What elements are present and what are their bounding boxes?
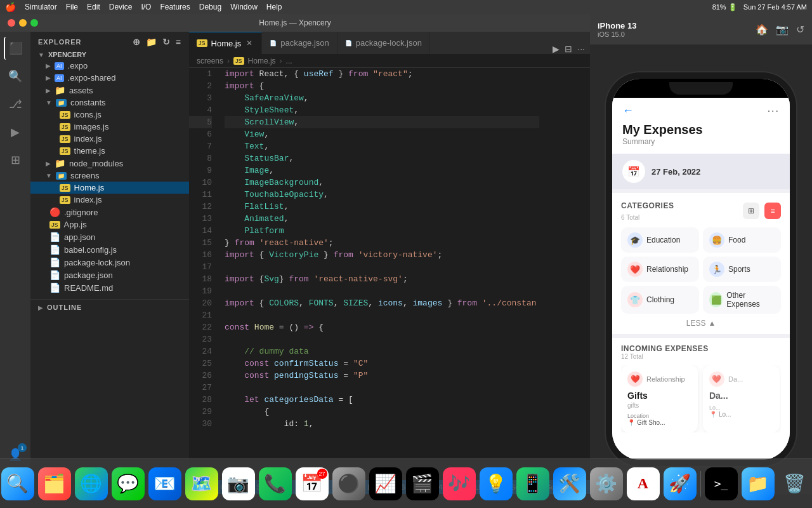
sidebar-item-expo-shared[interactable]: ▶ AI .expo-shared (30, 72, 189, 84)
sidebar-item-images-js[interactable]: JS images.js (30, 121, 189, 133)
minimap (539, 68, 590, 480)
dock-maps[interactable]: 🗺️ (185, 467, 218, 500)
dock-photos[interactable]: 📷 (222, 467, 255, 500)
menu-features[interactable]: Features (160, 3, 190, 11)
expense-card-2[interactable]: ❤️ Da... Da... Lo... 📍 Lo... (703, 365, 780, 432)
sidebar-item-index-js-constants[interactable]: JS index.js (30, 133, 189, 145)
less-button[interactable]: LESS ▲ (621, 319, 781, 328)
source-control-icon[interactable]: ⎇ (4, 93, 27, 116)
collapse-icon[interactable]: ≡ (176, 37, 181, 47)
new-file-icon[interactable]: ⊕ (133, 37, 141, 47)
dock-font[interactable]: A (627, 467, 660, 500)
maximize-button[interactable] (30, 19, 38, 27)
rotate-icon[interactable]: ↺ (796, 23, 804, 36)
dock-appstore[interactable]: 🛠️ (553, 467, 586, 500)
run-icon[interactable]: ▶ (4, 121, 27, 144)
refresh-icon[interactable]: ↻ (162, 37, 171, 47)
category-clothing[interactable]: 👕 Clothing (621, 286, 699, 314)
dock-tv[interactable]: 🎬 (406, 467, 439, 500)
sidebar-item-babel[interactable]: 📄 babel.config.js (30, 243, 189, 256)
close-button[interactable] (8, 19, 15, 27)
vscode-body: ⬛ 🔍 ⎇ ▶ ⊞ 👤 1 ⚙ EXPLORER ⊕ 📁 ↻ ≡ (0, 32, 590, 494)
menu-help[interactable]: Help (266, 3, 282, 11)
extensions-icon[interactable]: ⊞ (4, 149, 27, 171)
menu-io[interactable]: I/O (141, 3, 151, 11)
minimize-button[interactable] (19, 19, 27, 27)
split-editor-icon[interactable]: ⊟ (565, 44, 572, 54)
dock-mail[interactable]: 📧 (148, 467, 181, 500)
more-actions-icon[interactable]: ··· (577, 44, 585, 54)
sidebar-item-app-json[interactable]: 📄 app.json (30, 231, 189, 243)
tab-home-js[interactable]: JS Home.js ✕ (189, 32, 262, 54)
home-icon[interactable]: 🏠 (756, 23, 768, 36)
expense-card-gifts[interactable]: ❤️ Relationship Gifts gifts Location 📍 G… (621, 365, 698, 432)
menu-window[interactable]: Window (230, 3, 258, 11)
more-options-button[interactable]: ··· (768, 105, 780, 117)
back-button[interactable]: ← (622, 104, 634, 117)
apple-icon[interactable]: 🍎 (5, 2, 16, 12)
food-icon: 🍔 (709, 232, 724, 248)
incoming-section: INCOMING EXPENSES 12 Total ❤️ Relationsh… (612, 338, 790, 460)
sidebar-item-theme-js[interactable]: JS theme.js (30, 145, 189, 157)
dock-finder[interactable]: 🔍 (1, 467, 34, 500)
gifts-category-name: Relationship (646, 375, 685, 383)
list-view-icon[interactable]: ≡ (764, 203, 781, 219)
dock-safari[interactable]: 🌐 (75, 467, 108, 500)
dock-finder2[interactable]: 📁 (742, 467, 775, 500)
bc-screens[interactable]: screens (197, 57, 223, 65)
gifts-category-icon: ❤️ (627, 371, 643, 387)
dock-messages[interactable]: 💬 (112, 467, 145, 500)
sidebar-item-readme[interactable]: 📄 README.md (30, 281, 189, 294)
dock-ball[interactable]: ⚫ (332, 467, 365, 500)
bc-home-js[interactable]: Home.js (248, 57, 276, 65)
simulator-icons: 🏠 📷 ↺ (756, 23, 804, 36)
category-food[interactable]: 🍔 Food (703, 227, 781, 253)
code-content[interactable]: import React, { useRef } from "react"; i… (219, 68, 539, 480)
sidebar-item-constants[interactable]: ▼ 📁 constants (30, 97, 189, 109)
sidebar-item-index-js-screens[interactable]: JS index.js (30, 194, 189, 206)
dock-whatsapp[interactable]: 📱 (516, 467, 549, 500)
tab-package-lock-json[interactable]: 📄 package-lock.json (337, 32, 430, 54)
category-relationship[interactable]: ❤️ Relationship (621, 257, 699, 282)
sidebar-item-node-modules[interactable]: ▶ 📁 node_modules (30, 157, 189, 170)
dock-stocks[interactable]: 📈 (369, 467, 402, 500)
project-root[interactable]: ▼ XPENCERY (30, 50, 189, 60)
sidebar-item-icons-js[interactable]: JS icons.js (30, 109, 189, 121)
category-other-expenses[interactable]: 🟩 Other Expenses (703, 286, 781, 314)
search-icon[interactable]: 🔍 (4, 65, 27, 88)
dock-launchpad[interactable]: 🗂️ (38, 467, 71, 500)
menu-simulator[interactable]: Simulator (25, 3, 57, 11)
run-icon[interactable]: ▶ (553, 44, 560, 54)
tab-package-json[interactable]: 📄 package.json (262, 32, 337, 54)
screenshot-icon[interactable]: 📷 (776, 23, 789, 36)
menu-file[interactable]: File (66, 3, 78, 11)
grid-view-icon[interactable]: ⊞ (743, 203, 759, 219)
new-folder-icon[interactable]: 📁 (146, 37, 157, 47)
explorer-icon[interactable]: ⬛ (4, 37, 27, 60)
date-banner: 📅 27 Feb, 2022 (612, 154, 790, 189)
dock-trash[interactable]: 🗑️ (778, 467, 811, 500)
menu-debug[interactable]: Debug (199, 3, 221, 11)
category-education[interactable]: 🎓 Education (621, 227, 699, 253)
dock-music[interactable]: 🎶 (443, 467, 476, 500)
sidebar-item-gitignore[interactable]: 🔴 .gitignore (30, 206, 189, 218)
sidebar-item-package[interactable]: 📄 package.json (30, 269, 189, 281)
close-tab-home[interactable]: ✕ (245, 37, 254, 49)
dock-facetime[interactable]: 📞 (259, 467, 292, 500)
sidebar-item-expo[interactable]: ▶ AI .expo (30, 60, 189, 72)
sidebar-item-package-lock[interactable]: 📄 package-lock.json (30, 256, 189, 269)
menu-device[interactable]: Device (109, 3, 133, 11)
location-pin-icon: 📍 (627, 419, 635, 426)
dock-xcode[interactable]: 💡 (480, 467, 513, 500)
dock-terminal[interactable]: >_ (705, 467, 738, 500)
menu-edit[interactable]: Edit (87, 3, 100, 11)
sidebar-item-assets[interactable]: ▶ 📁 assets (30, 84, 189, 97)
sidebar-item-home-js[interactable]: JS Home.js (30, 182, 189, 194)
code-area[interactable]: 1234 5 678910 1112131415 1617181920 2122… (189, 68, 590, 480)
dock-settings[interactable]: ⚙️ (590, 467, 623, 500)
dock-simulator[interactable]: 🚀 (664, 467, 697, 500)
category-sports[interactable]: 🏃 Sports (703, 257, 781, 282)
sidebar-item-app-js[interactable]: JS App.js (30, 218, 189, 231)
dock-calendar[interactable]: 📅 27 (296, 467, 329, 500)
sidebar-item-screens[interactable]: ▼ 📁 screens (30, 170, 189, 182)
